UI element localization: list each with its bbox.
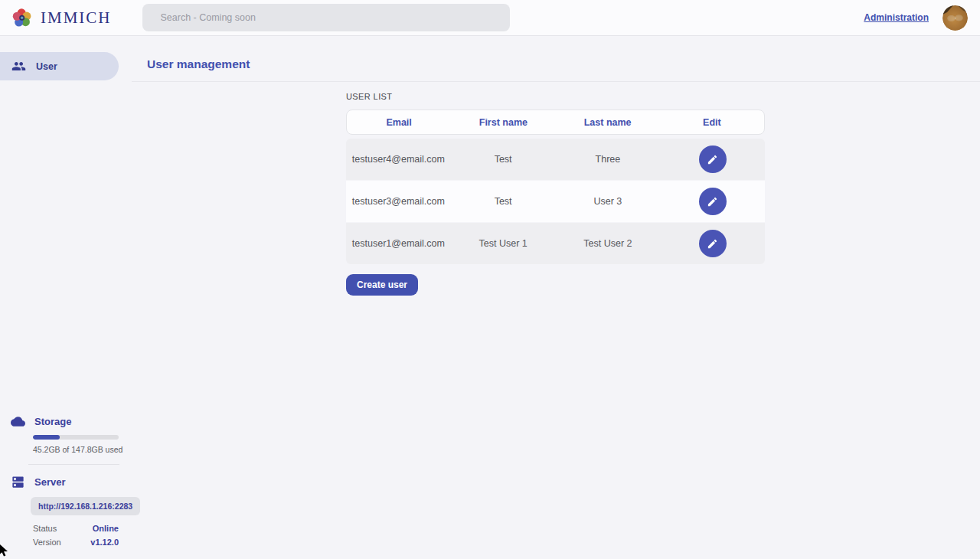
version-label: Version — [33, 538, 61, 547]
cell-edit — [660, 230, 765, 257]
app-header: IMMICH Administration — [0, 0, 980, 36]
storage-header: Storage — [0, 414, 132, 429]
cell-last-name: User 3 — [556, 196, 661, 207]
cell-edit — [660, 188, 765, 215]
edit-user-button[interactable] — [699, 145, 727, 173]
cell-email: testuser4@email.com — [346, 154, 451, 165]
storage-progress-bar — [33, 435, 119, 440]
column-header-edit: Edit — [660, 117, 764, 128]
pencil-icon — [707, 196, 718, 208]
storage-title: Storage — [34, 416, 71, 427]
cell-first-name: Test User 1 — [451, 238, 556, 249]
title-divider — [132, 81, 980, 82]
status-label: Status — [33, 524, 57, 533]
immich-logo: IMMICH — [11, 6, 112, 29]
storage-usage-text: 45.2GB of 147.8GB used — [33, 445, 132, 454]
cell-first-name: Test — [451, 154, 556, 165]
group-icon — [11, 59, 26, 74]
cell-email: testuser1@email.com — [346, 238, 451, 249]
user-table-body: testuser4@email.comTestThreetestuser3@em… — [346, 139, 765, 264]
table-row: testuser1@email.comTest User 1Test User … — [346, 223, 765, 264]
cloud-icon — [11, 414, 25, 429]
page-title: User management — [147, 57, 980, 71]
table-row: testuser3@email.comTestUser 3 — [346, 181, 765, 222]
user-avatar[interactable] — [942, 5, 968, 31]
pencil-icon — [707, 154, 718, 165]
server-title: Server — [34, 476, 65, 488]
pencil-icon — [707, 238, 718, 250]
user-list-heading: USER LIST — [346, 92, 765, 101]
server-header: Server — [0, 475, 132, 489]
edit-user-button[interactable] — [699, 188, 727, 215]
status-value: Online — [93, 524, 119, 533]
table-row: testuser4@email.comTestThree — [346, 139, 765, 180]
sidebar-item-label: User — [36, 61, 57, 72]
search-input[interactable] — [142, 4, 510, 31]
sidebar-info-panel: Storage 45.2GB of 147.8GB used Server ht… — [0, 414, 132, 559]
immich-flower-icon — [11, 6, 34, 29]
user-table-header: Email First name Last name Edit — [346, 110, 765, 135]
sidebar-divider — [28, 464, 119, 465]
main-panel: User management USER LIST Email First na… — [132, 36, 980, 559]
cell-last-name: Test User 2 — [556, 238, 661, 249]
create-user-button[interactable]: Create user — [346, 274, 418, 296]
server-status-row: Status Online — [33, 524, 119, 533]
column-header-email: Email — [347, 117, 451, 128]
version-value: v1.12.0 — [90, 538, 119, 547]
cell-last-name: Three — [556, 154, 661, 165]
cell-edit — [660, 145, 765, 173]
cell-first-name: Test — [451, 196, 556, 207]
column-header-last-name: Last name — [556, 117, 660, 128]
server-url-chip[interactable]: http://192.168.1.216:2283 — [31, 497, 140, 515]
column-header-first-name: First name — [451, 117, 555, 128]
storage-progress-fill — [33, 435, 60, 440]
logo-wordmark: IMMICH — [41, 8, 112, 28]
sidebar: User Storage 45.2GB of 147.8GB used — [0, 36, 132, 559]
dns-icon — [11, 475, 25, 489]
server-version-row: Version v1.12.0 — [33, 538, 119, 547]
edit-user-button[interactable] — [699, 230, 727, 257]
sidebar-item-user[interactable]: User — [0, 52, 119, 80]
administration-link[interactable]: Administration — [864, 12, 929, 23]
cell-email: testuser3@email.com — [346, 196, 451, 207]
